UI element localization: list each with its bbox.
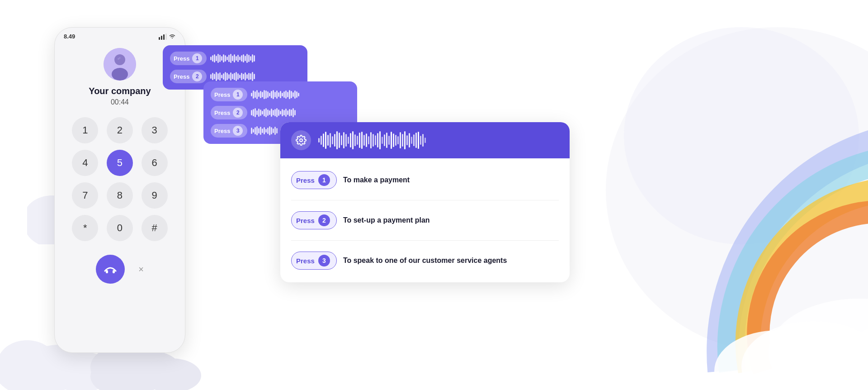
key-6[interactable]: 6 <box>142 150 168 176</box>
svg-point-10 <box>90 347 145 388</box>
key-3[interactable]: 3 <box>142 117 168 143</box>
press-badge-2-1[interactable]: Press 1 <box>211 88 247 101</box>
svg-point-12 <box>142 358 201 390</box>
call-controls: × <box>96 255 144 284</box>
svg-point-22 <box>114 54 125 65</box>
svg-rect-20 <box>165 33 167 40</box>
wifi-icon <box>169 33 176 40</box>
press-row-2: Press 2 To set-up a payment plan <box>291 208 559 233</box>
svg-point-9 <box>90 356 163 390</box>
press-number-2-2: 2 <box>233 108 243 118</box>
press-number-2-1: 1 <box>233 90 243 100</box>
avatar <box>104 48 136 81</box>
waveform-1-2 <box>210 71 300 81</box>
press-action-1: To make a payment <box>343 176 410 184</box>
company-name: Your company <box>89 86 151 96</box>
svg-point-23 <box>112 68 128 81</box>
main-waveform <box>318 131 559 150</box>
press-badge-1-2[interactable]: Press 2 <box>170 70 207 83</box>
press-row-1: Press 1 To make a payment <box>291 167 559 193</box>
press-badge-2-2[interactable]: Press 2 <box>211 106 247 119</box>
svg-rect-27 <box>113 270 115 273</box>
ivr-row-1-1: Press 1 <box>170 52 300 65</box>
key-4[interactable]: 4 <box>72 150 98 176</box>
divider-2 <box>291 240 559 241</box>
ivr-card-main: Press 1 To make a payment Press 2 To set… <box>280 122 570 282</box>
press-number-1-2: 2 <box>192 71 202 81</box>
press-badge-main-1[interactable]: Press 1 <box>291 171 337 189</box>
press-action-3: To speak to one of our customer service … <box>343 257 507 265</box>
press-badge-1-1[interactable]: Press 1 <box>170 52 207 65</box>
svg-point-1 <box>624 27 859 244</box>
divider-1 <box>291 200 559 200</box>
key-9[interactable]: 9 <box>142 182 168 209</box>
press-badge-2-3[interactable]: Press 3 <box>211 124 247 138</box>
press-number-1-1: 1 <box>192 53 202 63</box>
key-star[interactable]: * <box>72 215 98 241</box>
press-badge-main-3[interactable]: Press 3 <box>291 252 337 270</box>
press-label-1-1: Press <box>174 55 189 62</box>
status-bar: 8.49 <box>55 28 185 43</box>
press-num-main-2: 2 <box>318 214 330 226</box>
svg-point-24 <box>118 58 119 60</box>
press-label-2-3: Press <box>214 128 230 134</box>
press-text-main-2: Press <box>296 217 315 224</box>
call-timer: 00:44 <box>111 98 129 106</box>
svg-rect-19 <box>163 34 165 40</box>
key-hash[interactable]: # <box>142 215 168 241</box>
svg-point-0 <box>606 27 868 353</box>
time-display: 8.49 <box>64 33 75 40</box>
waveform-2-1 <box>251 90 350 100</box>
keypad: 1 2 3 4 5 6 7 8 9 * 0 # <box>64 117 176 241</box>
press-num-main-1: 1 <box>318 174 330 186</box>
svg-point-8 <box>50 352 113 390</box>
gear-icon <box>291 130 311 150</box>
key-2[interactable]: 2 <box>107 117 133 143</box>
svg-rect-18 <box>161 36 162 40</box>
svg-point-5 <box>0 347 77 390</box>
svg-point-2 <box>769 299 868 390</box>
press-text-main-3: Press <box>296 257 315 265</box>
press-badge-main-2[interactable]: Press 2 <box>291 211 337 229</box>
press-number-2-3: 3 <box>233 126 243 136</box>
waveform-1-1 <box>210 53 300 63</box>
press-num-main-3: 3 <box>318 255 330 266</box>
svg-rect-17 <box>159 37 160 40</box>
svg-point-4 <box>714 330 841 390</box>
svg-point-25 <box>119 57 121 59</box>
dismiss-button[interactable]: × <box>138 264 144 275</box>
ivr-row-2-1: Press 1 <box>211 88 350 101</box>
svg-point-3 <box>741 321 868 390</box>
press-label-2-1: Press <box>214 91 230 98</box>
key-7[interactable]: 7 <box>72 182 98 209</box>
press-label-1-2: Press <box>174 73 189 80</box>
status-icons <box>159 33 176 40</box>
key-8[interactable]: 8 <box>107 182 133 209</box>
key-0[interactable]: 0 <box>107 215 133 241</box>
ivr-main-body: Press 1 To make a payment Press 2 To set… <box>280 158 570 282</box>
key-1[interactable]: 1 <box>72 117 98 143</box>
ivr-row-2-2: Press 2 <box>211 106 350 119</box>
end-call-button[interactable] <box>96 255 125 284</box>
signal-icon <box>159 33 167 40</box>
key-5[interactable]: 5 <box>107 150 133 176</box>
waveform-2-2 <box>251 108 350 118</box>
press-text-main-1: Press <box>296 176 315 184</box>
svg-point-6 <box>0 340 57 385</box>
ivr-main-header <box>280 122 570 158</box>
press-action-2: To set-up a payment plan <box>343 216 430 224</box>
press-row-3: Press 3 To speak to one of our customer … <box>291 248 559 273</box>
svg-point-11 <box>118 351 181 389</box>
svg-rect-26 <box>106 270 108 273</box>
press-label-2-2: Press <box>214 109 230 116</box>
